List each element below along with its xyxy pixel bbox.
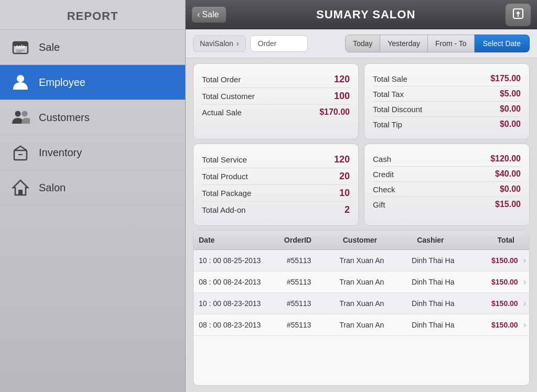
card-row-cash: Cash $120.00 <box>373 151 521 167</box>
sidebar-item-inventory[interactable]: Inventory <box>0 135 185 170</box>
export-button[interactable] <box>506 4 531 26</box>
total-addon-label: Total Add-on <box>202 205 245 214</box>
cell-date: 08 : 00 08-23-2013 <box>194 321 273 329</box>
svg-point-7 <box>22 111 28 117</box>
table-row[interactable]: 10 : 00 08-25-2013 #55113 Tran Xuan An D… <box>194 250 529 271</box>
total-tip-value: $0.00 <box>500 119 521 129</box>
svg-rect-11 <box>18 190 23 195</box>
sidebar-item-customers-label: Customers <box>39 112 90 124</box>
back-label: Sale <box>202 10 219 19</box>
sidebar-item-customers[interactable]: Customers <box>0 100 185 135</box>
customers-icon <box>10 107 30 127</box>
row-arrow-icon: › <box>523 256 529 265</box>
date-filter-group: Today Yesterday From - To Select Date <box>345 35 530 52</box>
cell-date: 10 : 00 08-23-2013 <box>194 299 273 308</box>
breadcrumb-label: NaviSalon <box>200 39 233 48</box>
card-row-total-tip: Total Tip $0.00 <box>373 117 521 132</box>
total-service-value: 120 <box>334 154 350 165</box>
cell-date: 08 : 00 08-24-2013 <box>194 278 273 286</box>
cell-total: $150.00 <box>467 278 523 286</box>
credit-value: $40.00 <box>495 169 521 179</box>
total-customer-label: Total Customer <box>202 92 255 101</box>
page-title: SUMARY SALON <box>230 8 501 21</box>
sidebar-item-salon-label: Salon <box>39 182 66 194</box>
export-icon <box>512 10 524 22</box>
card-row-total-tax: Total Tax $5.00 <box>373 86 521 102</box>
cell-orderid: #55113 <box>273 299 324 308</box>
total-tax-label: Total Tax <box>373 90 404 99</box>
total-discount-label: Total Discount <box>373 105 422 114</box>
cell-customer: Tran Xuan An <box>325 321 399 329</box>
gift-value: $15.00 <box>495 200 521 209</box>
today-button[interactable]: Today <box>345 35 380 52</box>
card-sales: Total Sale $175.00 Total Tax $5.00 Total… <box>364 63 530 139</box>
cell-orderid: #55113 <box>273 321 324 329</box>
actual-sale-value: $170.00 <box>319 107 350 117</box>
cell-cashier: Dinh Thai Ha <box>399 299 467 308</box>
check-value: $0.00 <box>500 184 521 194</box>
total-order-value: 120 <box>334 74 350 85</box>
main-content: ‹ Sale SUMARY SALON NaviSalon › Order To <box>186 0 537 392</box>
total-addon-value: 2 <box>345 204 350 215</box>
employee-icon <box>10 72 30 92</box>
back-chevron-icon: ‹ <box>197 10 200 19</box>
total-order-label: Total Order <box>202 75 241 84</box>
cell-total: $150.00 <box>467 321 523 329</box>
total-discount-value: $0.00 <box>500 104 521 114</box>
sidebar-item-inventory-label: Inventory <box>39 147 82 159</box>
actual-sale-label: Actual Sale <box>202 108 242 117</box>
row-arrow-icon: › <box>523 277 529 287</box>
cell-orderid: #55113 <box>273 278 324 286</box>
yesterday-button[interactable]: Yesterday <box>380 35 428 52</box>
sale-icon: sale <box>10 37 30 57</box>
cell-orderid: #55113 <box>273 256 324 265</box>
back-button[interactable]: ‹ Sale <box>192 7 226 23</box>
cash-value: $120.00 <box>490 154 521 164</box>
card-orders: Total Order 120 Total Customer 100 Actua… <box>193 63 359 139</box>
total-tip-label: Total Tip <box>373 120 402 129</box>
table-row[interactable]: 10 : 00 08-23-2013 #55113 Tran Xuan An D… <box>194 293 529 314</box>
total-sale-label: Total Sale <box>373 74 407 83</box>
card-row-gift: Gift $15.00 <box>373 197 521 212</box>
inventory-icon <box>10 143 30 162</box>
cell-customer: Tran Xuan An <box>325 278 399 286</box>
select-date-button[interactable]: Select Date <box>475 35 530 52</box>
card-row-total-sale: Total Sale $175.00 <box>373 71 521 86</box>
from-to-button[interactable]: From - To <box>428 35 475 52</box>
sidebar-header: REPORT <box>0 0 185 30</box>
col-header-cashier: Cashier <box>397 236 464 244</box>
sidebar: REPORT sale Sale Employee <box>0 0 186 392</box>
cell-cashier: Dinh Thai Ha <box>399 278 467 286</box>
row-arrow-icon: › <box>523 299 529 308</box>
cell-cashier: Dinh Thai Ha <box>399 256 467 265</box>
card-row-total-service: Total Service 120 <box>202 151 350 168</box>
col-header-total: Total <box>464 236 529 244</box>
card-row-total-addon: Total Add-on 2 <box>202 202 350 218</box>
card-row-total-customer: Total Customer 100 <box>202 88 350 105</box>
table-row[interactable]: 08 : 00 08-23-2013 #55113 Tran Xuan An D… <box>194 314 529 336</box>
cell-cashier: Dinh Thai Ha <box>399 321 467 329</box>
table-row[interactable]: 08 : 00 08-24-2013 #55113 Tran Xuan An D… <box>194 271 529 293</box>
row-arrow-icon: › <box>523 320 529 330</box>
card-row-actual-sale: Actual Sale $170.00 <box>202 105 350 119</box>
credit-label: Credit <box>373 170 394 179</box>
sidebar-item-salon[interactable]: Salon <box>0 170 185 205</box>
col-header-customer: Customer <box>323 236 397 244</box>
sidebar-item-sale[interactable]: sale Sale <box>0 30 185 65</box>
cell-total: $150.00 <box>467 299 523 308</box>
cell-date: 10 : 00 08-25-2013 <box>194 256 273 265</box>
sidebar-item-employee[interactable]: Employee <box>0 65 185 100</box>
breadcrumb-button[interactable]: NaviSalon › <box>193 35 246 52</box>
cell-customer: Tran Xuan An <box>325 299 399 308</box>
salon-icon <box>10 178 30 198</box>
order-filter[interactable]: Order <box>250 35 308 52</box>
breadcrumb-arrow-icon: › <box>237 39 239 48</box>
total-service-label: Total Service <box>202 155 247 164</box>
sidebar-item-sale-label: Sale <box>39 41 60 53</box>
cards-row-1: Total Order 120 Total Customer 100 Actua… <box>186 58 537 144</box>
card-row-credit: Credit $40.00 <box>373 167 521 182</box>
card-row-total-product: Total Product 20 <box>202 168 350 185</box>
total-product-label: Total Product <box>202 172 248 181</box>
total-sale-value: $175.00 <box>490 74 521 83</box>
cash-label: Cash <box>373 155 391 164</box>
